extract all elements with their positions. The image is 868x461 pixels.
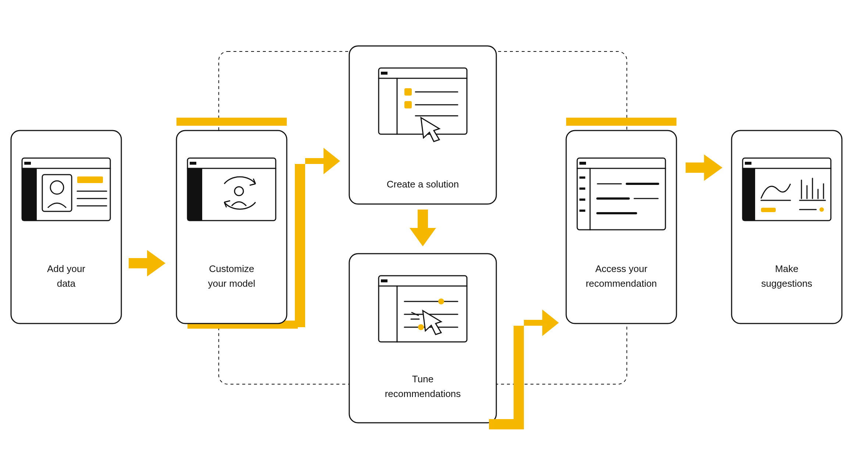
- svg-rect-16: [190, 162, 196, 165]
- svg-rect-48: [579, 187, 585, 190]
- arrow-icon: [686, 154, 722, 181]
- svg-rect-3: [24, 162, 31, 165]
- arrow-icon: [283, 148, 340, 327]
- step-label: suggestions: [761, 278, 812, 289]
- step-label: your model: [208, 278, 256, 289]
- workflow-diagram: Add your data Customize your model: [0, 0, 868, 461]
- svg-rect-7: [77, 176, 103, 183]
- svg-rect-41: [566, 118, 676, 126]
- svg-point-35: [438, 299, 444, 304]
- svg-rect-4: [22, 168, 37, 221]
- svg-rect-13: [176, 131, 287, 324]
- svg-rect-59: [745, 162, 751, 165]
- svg-rect-42: [566, 131, 676, 324]
- step-label: recommendations: [385, 388, 461, 399]
- step-label: Add your: [47, 263, 85, 274]
- svg-rect-0: [11, 131, 121, 324]
- step-label: Make: [775, 263, 799, 274]
- step-label: Access your: [595, 263, 647, 274]
- arrow-icon: [129, 250, 165, 276]
- svg-rect-45: [579, 162, 586, 165]
- step-create-solution: Create a solution: [349, 46, 496, 204]
- svg-rect-60: [743, 168, 755, 221]
- arrow-icon: [489, 310, 559, 429]
- svg-rect-26: [404, 101, 412, 108]
- svg-rect-11: [176, 118, 287, 126]
- svg-point-38: [418, 324, 424, 330]
- step-tune-recommendations: Tune recommendations: [349, 254, 496, 423]
- svg-point-70: [819, 207, 824, 212]
- svg-rect-32: [381, 279, 387, 282]
- svg-rect-24: [404, 88, 412, 96]
- svg-rect-49: [579, 199, 585, 201]
- step-label: Customize: [209, 263, 254, 274]
- svg-rect-50: [579, 210, 585, 212]
- step-access-recommendation: Access your recommendation: [566, 118, 676, 324]
- svg-rect-22: [381, 72, 387, 75]
- step-make-suggestions: Make suggestions: [732, 131, 842, 324]
- step-label: recommendation: [586, 278, 657, 289]
- step-customize-model: Customize your model: [176, 118, 298, 329]
- svg-rect-17: [187, 168, 202, 221]
- arrow-icon: [410, 210, 436, 246]
- step-label: data: [57, 278, 76, 289]
- svg-rect-62: [761, 208, 776, 212]
- step-add-data: Add your data: [11, 131, 121, 324]
- step-label: Create a solution: [387, 179, 459, 190]
- step-label: Tune: [412, 374, 433, 385]
- svg-rect-56: [732, 131, 842, 324]
- svg-rect-47: [579, 176, 585, 179]
